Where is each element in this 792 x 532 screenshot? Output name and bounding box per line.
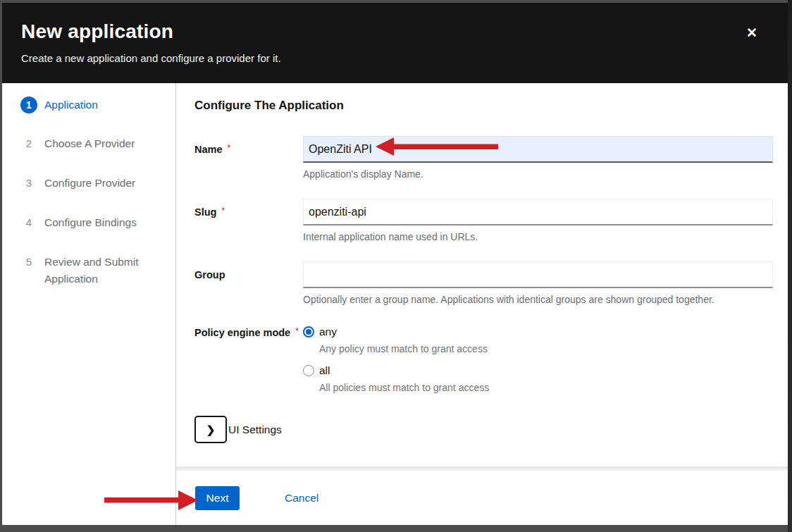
required-asterisk: * <box>295 326 299 336</box>
chevron-right-icon[interactable]: ❯ <box>194 416 227 443</box>
group-field[interactable] <box>303 261 773 288</box>
policy-mode-any-radio[interactable]: any <box>303 324 773 338</box>
form-row-group: Group Optionally enter a group name. App… <box>194 261 773 306</box>
radio-selected-icon[interactable] <box>303 326 314 338</box>
ui-settings-section: ❯ UI Settings <box>194 416 773 443</box>
step-label: Application <box>44 97 98 113</box>
name-field[interactable] <box>303 136 773 163</box>
step-number: 5 <box>20 254 37 271</box>
wizard-step-review-submit[interactable]: 5 Review and Submit Application <box>2 254 175 287</box>
step-label: Choose A Provider <box>44 135 135 152</box>
wizard-step-configure-bindings[interactable]: 4 Configure Bindings <box>2 214 175 242</box>
page-title: Configure The Application <box>194 99 773 113</box>
slug-field-label: Slug <box>194 206 216 218</box>
modal-subtitle: Create a new application and configure a… <box>21 52 771 64</box>
form-row-name: Name* Application's display Name. <box>194 136 773 180</box>
step-number: 3 <box>20 175 37 192</box>
wizard-main-panel: Configure The Application Name* Applicat… <box>176 83 788 525</box>
ui-settings-label: UI Settings <box>228 423 282 436</box>
step-number-badge: 1 <box>20 97 37 113</box>
required-asterisk: * <box>221 206 225 216</box>
step-label: Review and Submit Application <box>44 254 150 287</box>
step-label: Configure Provider <box>44 175 135 192</box>
wizard-step-choose-provider[interactable]: 2 Choose A Provider <box>2 135 175 163</box>
policy-mode-all-help: All policies must match to grant access <box>303 382 773 393</box>
next-button[interactable]: Next <box>195 486 240 510</box>
form-row-slug: Slug* Internal application name used in … <box>194 199 773 243</box>
policy-engine-mode-label: Policy engine mode <box>194 327 290 338</box>
modal-header: New application Create a new application… <box>2 3 788 83</box>
wizard-footer: Next Cancel <box>176 471 788 525</box>
policy-mode-all-radio[interactable]: all <box>303 363 773 377</box>
slug-field-help: Internal application name used in URLs. <box>303 230 773 243</box>
radio-label-any: any <box>319 326 337 338</box>
wizard-step-application[interactable]: 1 Application <box>2 97 175 125</box>
group-field-help: Optionally enter a group name. Applicati… <box>303 293 773 306</box>
step-number: 2 <box>20 135 37 152</box>
name-field-help: Application's display Name. <box>303 168 773 180</box>
policy-mode-any-help: Any policy must match to grant access <box>303 343 773 354</box>
close-icon[interactable]: ✕ <box>743 24 761 42</box>
slug-field[interactable] <box>303 199 773 225</box>
screenshot-root: New application Create a new application… <box>0 0 792 532</box>
radio-unselected-icon[interactable] <box>303 365 314 376</box>
modal-body: 1 Application 2 Choose A Provider 3 Conf… <box>2 83 788 525</box>
radio-label-all: all <box>319 364 330 377</box>
form-row-policy-engine-mode: Policy engine mode* any Any policy must … <box>194 324 773 393</box>
cancel-link[interactable]: Cancel <box>285 492 318 505</box>
wizard-content: Configure The Application Name* Applicat… <box>176 83 788 466</box>
background-page-edge <box>788 0 792 532</box>
wizard-steps-nav: 1 Application 2 Choose A Provider 3 Conf… <box>2 83 176 525</box>
wizard-step-configure-provider[interactable]: 3 Configure Provider <box>2 175 175 203</box>
modal-title: New application <box>21 20 771 43</box>
required-asterisk: * <box>228 143 231 153</box>
new-application-modal: New application Create a new application… <box>2 3 788 525</box>
step-label: Configure Bindings <box>44 214 137 231</box>
step-number: 4 <box>20 214 37 231</box>
group-field-label: Group <box>194 269 225 280</box>
name-field-label: Name <box>194 144 223 155</box>
